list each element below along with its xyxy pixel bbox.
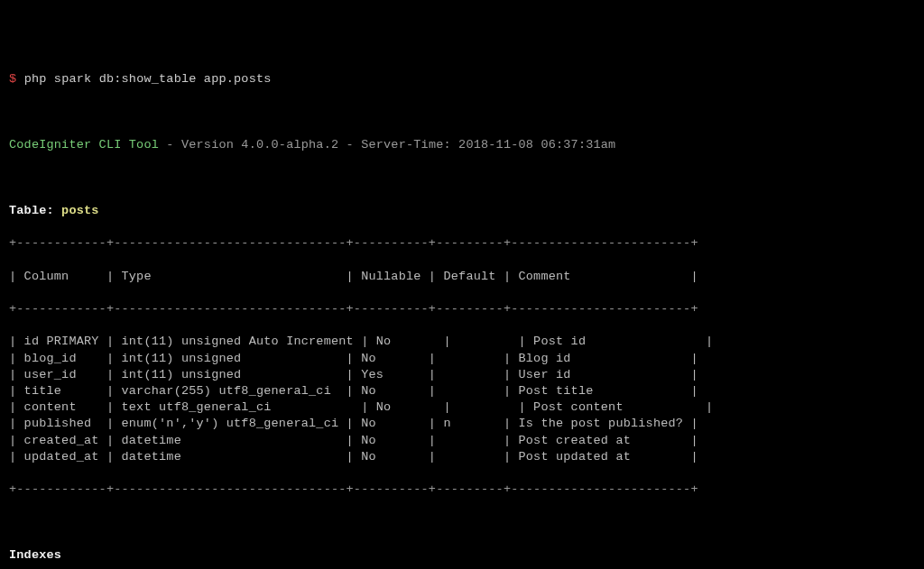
table-heading: Table: posts bbox=[9, 203, 915, 219]
columns-separator: +------------+--------------------------… bbox=[9, 301, 915, 317]
table-row: | content | text utf8_general_ci | No | … bbox=[9, 399, 915, 416]
table-row: | blog_id | int(11) unsigned | No | | Bl… bbox=[9, 351, 915, 367]
table-row: | updated_at | datetime | No | | Post up… bbox=[9, 449, 915, 465]
columns-separator: +------------+--------------------------… bbox=[9, 235, 915, 252]
command-line[interactable]: $ php spark db:show_table app.posts bbox=[9, 71, 915, 87]
indexes-heading: Indexes bbox=[9, 547, 915, 564]
command-text: php spark db:show_table app.posts bbox=[24, 72, 272, 86]
columns-separator: +------------+--------------------------… bbox=[9, 482, 915, 498]
table-row: | id PRIMARY | int(11) unsigned Auto Inc… bbox=[9, 334, 915, 350]
prompt-symbol: $ bbox=[9, 72, 16, 86]
tool-name: CodeIgniter CLI Tool bbox=[9, 138, 159, 151]
table-row: | title | varchar(255) utf8_general_ci |… bbox=[9, 383, 915, 399]
blank-line bbox=[9, 170, 915, 186]
blank-line bbox=[9, 515, 915, 531]
table-name: posts bbox=[61, 204, 99, 217]
blank-line bbox=[9, 104, 915, 120]
columns-header: | Column | Type | Nullable | Default | C… bbox=[9, 269, 915, 285]
tool-version: - Version 4.0.0-alpha.2 - Server-Time: 2… bbox=[159, 138, 615, 151]
table-row: | created_at | datetime | No | | Post cr… bbox=[9, 433, 915, 449]
columns-body: | id PRIMARY | int(11) unsigned Auto Inc… bbox=[9, 334, 915, 465]
table-label: Table: bbox=[9, 204, 61, 217]
table-row: | published | enum('n','y') utf8_general… bbox=[9, 416, 915, 432]
tool-banner: CodeIgniter CLI Tool - Version 4.0.0-alp… bbox=[9, 137, 915, 153]
table-row: | user_id | int(11) unsigned | Yes | | U… bbox=[9, 367, 915, 383]
